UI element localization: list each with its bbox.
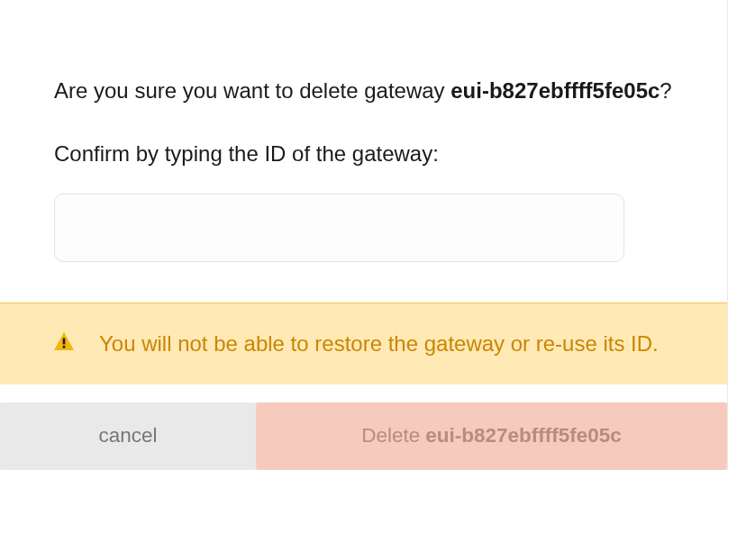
dialog-actions: cancel Delete eui-b827ebffff5fe05c (0, 402, 727, 470)
gateway-id-input[interactable] (54, 194, 624, 262)
delete-button[interactable]: Delete eui-b827ebffff5fe05c (256, 402, 727, 470)
svg-rect-0 (63, 339, 66, 345)
cancel-button-label: cancel (98, 424, 157, 447)
warning-icon (54, 332, 74, 354)
delete-button-id: eui-b827ebffff5fe05c (425, 424, 622, 447)
confirm-prompt: Are you sure you want to delete gateway … (54, 77, 673, 105)
svg-rect-1 (63, 346, 66, 348)
warning-banner: You will not be able to restore the gate… (0, 303, 727, 384)
delete-button-prefix: Delete (361, 424, 420, 447)
prompt-prefix: Are you sure you want to delete gateway (54, 78, 450, 103)
cancel-button[interactable]: cancel (0, 402, 256, 470)
prompt-gateway-id: eui-b827ebffff5fe05c (450, 78, 659, 103)
warning-text: You will not be able to restore the gate… (99, 329, 659, 359)
dialog-body: Are you sure you want to delete gateway … (0, 0, 727, 303)
confirm-instruction: Confirm by typing the ID of the gateway: (54, 141, 673, 167)
prompt-suffix: ? (659, 78, 671, 103)
delete-gateway-dialog: Are you sure you want to delete gateway … (0, 0, 728, 470)
